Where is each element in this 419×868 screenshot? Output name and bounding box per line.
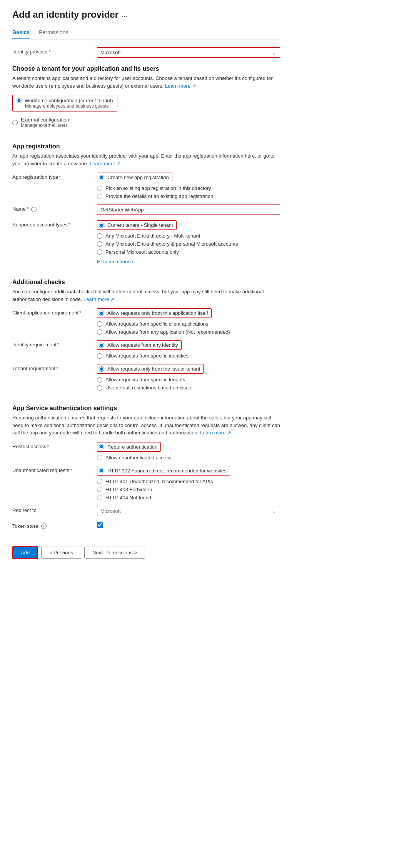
allow-unauth-label[interactable]: Allow unauthenticated access xyxy=(105,455,171,461)
provide-details-radio[interactable] xyxy=(97,194,102,199)
allow-unauth-option: Allow unauthenticated access xyxy=(97,455,280,461)
http404-label[interactable]: HTTP 404 Not found xyxy=(105,495,151,501)
provide-details-label[interactable]: Provide the details of an existing app r… xyxy=(105,193,213,199)
create-new-label[interactable]: Create new app registration xyxy=(107,175,169,180)
personal-only-option: Personal Microsoft accounts only xyxy=(97,249,280,255)
unauth-requests-control: HTTP 302 Found redirect: recommended for… xyxy=(97,466,280,501)
any-identity-radio[interactable] xyxy=(99,343,104,348)
require-auth-radio[interactable] xyxy=(99,444,104,449)
specific-tenants-radio[interactable] xyxy=(97,377,102,382)
tenant-learn-more-link[interactable]: Learn more ↗ xyxy=(165,83,196,89)
any-application-radio[interactable] xyxy=(97,329,102,335)
auth-settings-learn-more[interactable]: Learn more ↗ xyxy=(200,430,231,436)
name-control xyxy=(97,205,280,215)
help-me-choose-link[interactable]: Help me choose... xyxy=(97,259,280,264)
http302-label[interactable]: HTTP 302 Found redirect: recommended for… xyxy=(107,468,227,474)
ellipsis-menu-icon[interactable]: ... xyxy=(122,11,127,19)
workforce-option-container: Workforce configuration (current tenant)… xyxy=(12,95,280,114)
multi-tenant-radio[interactable] xyxy=(97,233,102,239)
workforce-label[interactable]: Workforce configuration (current tenant) xyxy=(25,98,113,103)
http401-option: HTTP 401 Unauthorized: recommended for A… xyxy=(97,479,280,484)
identity-provider-dropdown[interactable]: Microsoft xyxy=(97,47,280,58)
redirect-to-control: Microsoft xyxy=(97,506,280,516)
specific-tenants-option: Allow requests from specific tenants xyxy=(97,377,280,382)
restrict-access-control: Require authentication Allow unauthentic… xyxy=(97,442,280,461)
current-tenant-bordered: Current tenant - Single tenant xyxy=(97,220,177,230)
personal-only-label[interactable]: Personal Microsoft accounts only xyxy=(105,249,179,255)
default-issuer-radio[interactable] xyxy=(97,385,102,391)
token-store-checkbox[interactable] xyxy=(97,522,103,528)
app-reg-type-control: Create new app registration Pick an exis… xyxy=(97,173,280,199)
only-itself-radio[interactable] xyxy=(99,311,104,316)
external-option-text: External configuration Manage external u… xyxy=(21,117,69,128)
http404-radio[interactable] xyxy=(97,495,102,500)
issuer-tenant-radio[interactable] xyxy=(99,366,104,372)
name-input[interactable] xyxy=(97,205,280,215)
pick-existing-label[interactable]: Pick an existing app registration in thi… xyxy=(105,185,211,191)
tab-permissions[interactable]: Permissions xyxy=(39,26,68,39)
tenant-section-desc: A tenant contains applications and a dir… xyxy=(12,75,280,90)
pick-existing-radio[interactable] xyxy=(97,186,102,191)
require-auth-option: Require authentication xyxy=(97,442,280,452)
create-new-radio[interactable] xyxy=(99,175,104,180)
tabs-bar: Basics Permissions xyxy=(12,26,280,40)
multi-personal-label[interactable]: Any Microsoft Entra directory & personal… xyxy=(105,241,238,247)
specific-tenants-label[interactable]: Allow requests from specific tenants xyxy=(105,377,185,382)
app-registration-title: App registration xyxy=(12,143,280,150)
http403-radio[interactable] xyxy=(97,487,102,492)
add-button[interactable]: Add xyxy=(12,546,38,559)
http302-radio[interactable] xyxy=(99,468,104,473)
any-application-label[interactable]: Allow requests from any application (Not… xyxy=(105,329,230,335)
tab-basics[interactable]: Basics xyxy=(12,26,30,39)
multi-personal-radio[interactable] xyxy=(97,241,102,247)
identity-req-radio-group: Allow requests from any identity Allow r… xyxy=(97,340,280,359)
any-identity-label[interactable]: Allow requests from any identity xyxy=(107,342,178,348)
http403-label[interactable]: HTTP 403 Forbidden xyxy=(105,487,152,492)
default-issuer-label[interactable]: Use default restrictions based on issuer xyxy=(105,385,193,391)
tenant-req-label: Tenant requirement* xyxy=(12,364,97,371)
name-info-icon[interactable]: i xyxy=(31,207,37,212)
multi-personal-option: Any Microsoft Entra directory & personal… xyxy=(97,241,280,247)
require-auth-bordered: Require authentication xyxy=(97,442,161,452)
current-tenant-radio[interactable] xyxy=(99,223,104,228)
previous-button[interactable]: < Previous xyxy=(41,547,81,559)
specific-clients-label[interactable]: Allow requests from specific client appl… xyxy=(105,321,208,327)
token-store-info-icon[interactable]: i xyxy=(41,524,47,529)
multi-tenant-label[interactable]: Any Microsoft Entra directory - Multi-te… xyxy=(105,233,200,239)
app-reg-learn-more-link[interactable]: Learn more ↗ xyxy=(90,161,121,166)
personal-only-radio[interactable] xyxy=(97,249,102,255)
app-reg-type-label: App registration type* xyxy=(12,173,97,180)
only-itself-label[interactable]: Allow requests only from this applicatio… xyxy=(107,310,208,316)
any-identity-option: Allow requests from any identity xyxy=(97,340,280,351)
restrict-access-label: Restrict access* xyxy=(12,442,97,449)
account-types-control: Current tenant - Single tenant Any Micro… xyxy=(97,220,280,264)
next-permissions-button[interactable]: Next: Permissions > xyxy=(84,547,145,559)
additional-checks-learn-more[interactable]: Learn more ↗ xyxy=(83,296,115,302)
only-itself-option: Allow requests only from this applicatio… xyxy=(97,308,280,319)
current-tenant-option: Current tenant - Single tenant xyxy=(97,220,280,231)
external-radio[interactable] xyxy=(12,120,18,125)
redirect-to-label: Redirect to xyxy=(12,506,97,513)
identity-req-row: Identity requirement* Allow requests fro… xyxy=(12,340,280,359)
http302-option: HTTP 302 Found redirect: recommended for… xyxy=(97,466,280,476)
http401-label[interactable]: HTTP 401 Unauthorized: recommended for A… xyxy=(105,479,213,484)
specific-identities-radio[interactable] xyxy=(97,353,102,359)
only-itself-bordered: Allow requests only from this applicatio… xyxy=(97,308,212,318)
require-auth-label[interactable]: Require authentication xyxy=(107,444,157,450)
allow-unauth-radio[interactable] xyxy=(97,455,102,460)
specific-identities-label[interactable]: Allow requests from specific identities xyxy=(105,353,189,359)
auth-settings-title: App Service authentication settings xyxy=(12,405,280,412)
issuer-tenant-label[interactable]: Allow requests only from the issuer tena… xyxy=(107,366,200,372)
tenant-req-radio-group: Allow requests only from the issuer tena… xyxy=(97,364,280,391)
restrict-access-radio-group: Require authentication Allow unauthentic… xyxy=(97,442,280,461)
footer-bar: Add < Previous Next: Permissions > xyxy=(12,540,280,559)
redirect-to-dropdown[interactable]: Microsoft xyxy=(97,506,280,516)
specific-clients-radio[interactable] xyxy=(97,321,102,327)
app-registration-desc: An app registration associates your iden… xyxy=(12,152,280,167)
http401-radio[interactable] xyxy=(97,479,102,484)
workforce-radio[interactable] xyxy=(17,98,22,103)
specific-clients-option: Allow requests from specific client appl… xyxy=(97,321,280,327)
client-app-req-radio-group: Allow requests only from this applicatio… xyxy=(97,308,280,335)
external-sublabel: Manage external users xyxy=(21,123,69,128)
current-tenant-label[interactable]: Current tenant - Single tenant xyxy=(107,222,173,228)
